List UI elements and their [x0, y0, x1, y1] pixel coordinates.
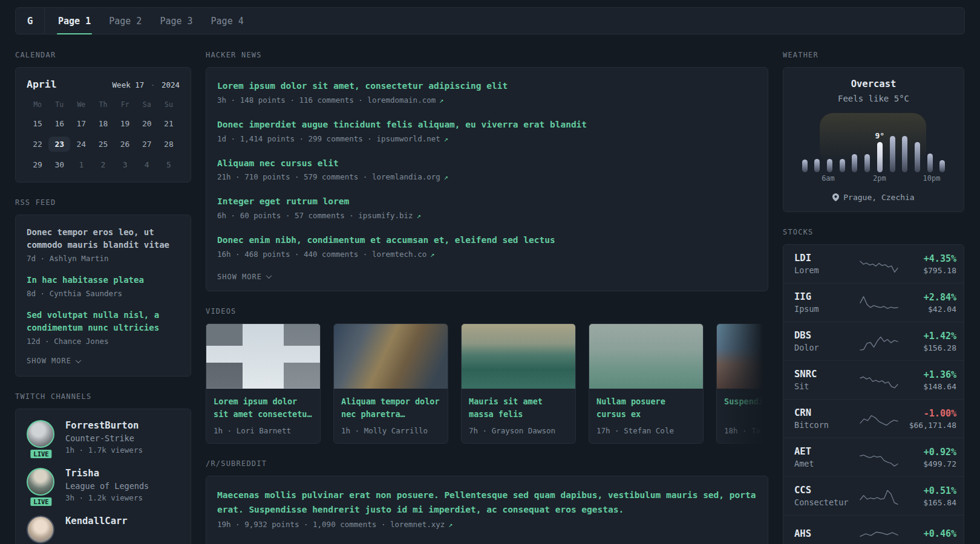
hackernews-item-title[interactable]: Donec imperdiet augue tincidunt felis al… — [217, 118, 757, 132]
rss-item: In hac habitasse platea 8d · Cynthia Sau… — [27, 274, 180, 298]
weather-temp-bar — [852, 154, 857, 172]
stock-name: Amet — [794, 459, 860, 468]
hackernews-item-domain[interactable]: loremtech.co — [372, 250, 426, 259]
rss-widget: RSS FEED Donec tempor eros leo, ut commo… — [15, 198, 191, 377]
hackernews-item: Aliquam nec cursus elit 21h · 710 points… — [217, 157, 757, 182]
chevron-down-icon — [76, 357, 82, 363]
hackernews-item-meta: 6h · 60 points · 57 comments · ipsumify.… — [217, 211, 757, 220]
calendar-grid: Mo Tu We Th Fr Sa Su — [27, 99, 180, 172]
chevron-down-icon — [266, 273, 272, 279]
external-link-icon: ↗ — [448, 520, 452, 529]
video-thumbnail[interactable] — [206, 324, 320, 389]
stock-ticker[interactable]: CRN — [794, 407, 860, 418]
weather-hour-column — [927, 113, 933, 172]
hackernews-show-more-button[interactable]: SHOW MORE — [217, 273, 757, 281]
reddit-post-title[interactable]: Maecenas mollis pulvinar erat non posuer… — [217, 488, 757, 517]
hackernews-item-domain[interactable]: loremdomain.com — [367, 96, 436, 105]
rss-item-meta: 8d · Cynthia Saunders — [27, 289, 180, 298]
video-title[interactable]: Suspendisse diam — [724, 395, 768, 421]
calendar-day: 22 — [27, 137, 48, 152]
weather-location: Prague, Czechia — [793, 193, 954, 202]
video-thumbnail[interactable] — [462, 324, 575, 389]
dashboard-page: G Page 1 Page 2 Page 3 Page 4 CALENDAR A… — [0, 0, 980, 544]
stock-row: AHS +0.46% — [783, 515, 964, 544]
calendar-day: 20 — [136, 116, 158, 131]
hackernews-item-title[interactable]: Integer eget rutrum lorem — [217, 195, 757, 209]
twitch-widget: TWITCH CHANNELS LIVE ForrestBurton Count… — [15, 392, 191, 544]
stock-sparkline — [860, 370, 898, 390]
stock-name: Lorem — [794, 265, 860, 275]
weather-temp-bar — [814, 159, 820, 172]
video-title[interactable]: Nullam posuere cursus ex — [596, 395, 696, 421]
hackernews-item-domain[interactable]: ipsumify.biz — [358, 211, 413, 220]
hackernews-item-domain[interactable]: ipsumworld.net — [376, 134, 440, 143]
video-title[interactable]: Aliquam tempor dolor nec pharetra… — [341, 395, 440, 421]
app-logo[interactable]: G — [16, 8, 45, 34]
stock-ticker[interactable]: SNRC — [794, 369, 860, 380]
video-thumbnail[interactable] — [334, 324, 448, 389]
stock-sparkline — [860, 254, 898, 274]
stock-ticker[interactable]: DBS — [794, 330, 860, 341]
twitch-avatar[interactable] — [27, 516, 54, 543]
rss-item-title[interactable]: In hac habitasse platea — [27, 274, 180, 287]
weather-condition: Overcast — [793, 79, 954, 89]
stock-ticker[interactable]: CCS — [794, 485, 860, 496]
calendar-day: 5 — [158, 157, 180, 172]
weather-temp-bar — [827, 159, 832, 172]
calendar-day: 29 — [27, 157, 48, 172]
hackernews-item-domain[interactable]: loremlandia.org — [372, 172, 440, 181]
reddit-post-domain[interactable]: loremnet.xyz — [390, 520, 445, 529]
nav-tab[interactable]: Page 2 — [109, 8, 142, 34]
stock-change-percent: +0.51% — [898, 485, 956, 496]
twitch-channel-name[interactable]: KendallCarr — [65, 516, 128, 526]
rss-item-title[interactable]: Donec tempor eros leo, ut commodo mauris… — [27, 226, 180, 251]
stock-ticker[interactable]: AET — [794, 446, 860, 457]
nav-tab[interactable]: Page 4 — [211, 8, 244, 34]
stock-ticker[interactable]: AHS — [794, 528, 860, 539]
video-thumbnail[interactable] — [589, 324, 703, 389]
video-card[interactable]: Nullam posuere cursus ex 17h · Stefan Co… — [589, 323, 704, 444]
hackernews-item: Integer eget rutrum lorem 6h · 60 points… — [217, 195, 757, 220]
stock-ticker[interactable]: IIG — [794, 291, 860, 302]
rss-show-more-button[interactable]: SHOW MORE — [27, 357, 180, 365]
weather-hour-column — [902, 113, 908, 172]
calendar-day: 23 — [48, 137, 70, 152]
widget-title-hackernews: HACKER NEWS — [206, 51, 768, 59]
video-title[interactable]: Lorem ipsum dolor sit amet consectetu… — [214, 395, 313, 421]
hackernews-item-title[interactable]: Lorem ipsum dolor sit amet, consectetur … — [217, 80, 757, 93]
widget-title-weather: WEATHER — [783, 51, 964, 59]
video-card[interactable]: Suspendisse diam 18h · Tara — [716, 323, 768, 444]
calendar-month: April — [27, 79, 57, 90]
video-meta: 1h · Molly Carrillo — [341, 426, 440, 435]
nav-tab[interactable]: Page 3 — [160, 8, 192, 34]
video-meta: 18h · Tara — [724, 426, 768, 435]
hackernews-item: Donec imperdiet augue tincidunt felis al… — [217, 118, 757, 143]
widget-title-calendar: CALENDAR — [15, 51, 191, 59]
stock-name: Ipsum — [794, 304, 860, 314]
video-thumbnail[interactable] — [717, 324, 768, 389]
video-title[interactable]: Mauris sit amet massa felis — [469, 395, 568, 421]
video-card[interactable]: Mauris sit amet massa felis 7h · Grayson… — [461, 323, 576, 444]
nav-tab[interactable]: Page 1 — [58, 8, 91, 34]
stock-ticker[interactable]: LDI — [794, 253, 860, 264]
video-meta: 1h · Lori Barnett — [214, 426, 313, 435]
left-column: CALENDAR April Week 17 · 2024 Mo — [15, 51, 191, 544]
twitch-channel-name[interactable]: Trisha — [65, 468, 149, 479]
rss-item-title[interactable]: Sed volutpat nulla nisl, a condimentum n… — [27, 309, 180, 334]
stock-change-percent: +0.46% — [898, 528, 956, 539]
weather-temp-bar — [802, 160, 808, 172]
stock-name: Dolor — [794, 343, 860, 352]
twitch-viewers: 1h · 1.7k viewers — [65, 445, 143, 455]
video-card[interactable]: Aliquam tempor dolor nec pharetra… 1h · … — [333, 323, 448, 444]
weather-hour-column — [864, 113, 871, 172]
stock-change-percent: +1.42% — [898, 331, 956, 342]
weather-hour-column — [802, 113, 808, 172]
twitch-avatar[interactable] — [27, 468, 54, 496]
hackernews-item-title[interactable]: Aliquam nec cursus elit — [217, 157, 757, 170]
hackernews-item-title[interactable]: Donec enim nibh, condimentum et accumsan… — [217, 234, 757, 247]
stock-row: SNRC Sit +1.36% $148.64 — [783, 360, 964, 399]
twitch-avatar[interactable] — [27, 420, 54, 448]
video-card[interactable]: Lorem ipsum dolor sit amet consectetu… 1… — [206, 323, 321, 444]
twitch-channel-row: LIVE Trisha League of Legends 3h · 1.2k … — [27, 468, 180, 502]
twitch-channel-name[interactable]: ForrestBurton — [65, 420, 143, 431]
